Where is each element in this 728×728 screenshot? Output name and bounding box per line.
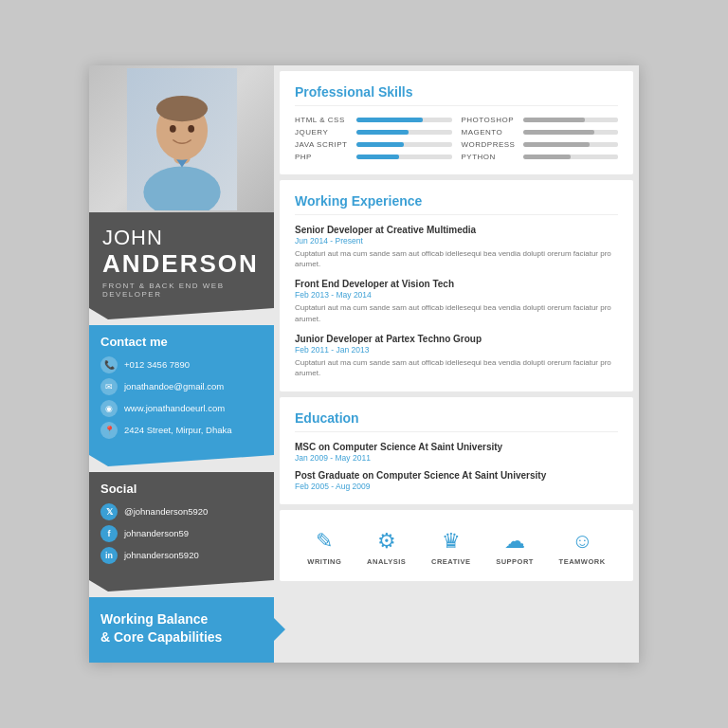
education-item: MSC on Computer Science At Saint Univers… — [295, 442, 618, 463]
skill-fill — [356, 155, 399, 159]
skill-row: JAVA SCRIPT — [295, 140, 452, 149]
facebook-icon: f — [100, 525, 118, 542]
edu-date: Jan 2009 - May 2011 — [295, 453, 618, 463]
capabilities-block: Working Balance & Core Capabilities — [89, 597, 274, 663]
skill-name: PHP — [295, 153, 356, 161]
skill-row: PHP — [295, 153, 452, 161]
experience-card: Working Experience Senior Developer at C… — [280, 180, 633, 391]
skill-fill — [523, 130, 594, 135]
exp-title: Senior Developer at Creative Multimedia — [295, 225, 618, 235]
skills-grid: HTML & CSS JQUERY JAVA SCRIPT PHP PHOTOS… — [295, 116, 618, 161]
skill-fill — [523, 118, 585, 122]
skill-row: WORDPRESS — [462, 140, 619, 149]
contact-title: Contact me — [100, 335, 263, 349]
capability-icon-item: ✎ WRITING — [307, 529, 341, 566]
capability-label: CREATIVE — [431, 557, 470, 566]
twitter-icon: 𝕏 — [100, 503, 118, 520]
education-card: Education MSC on Computer Science At Sai… — [280, 397, 633, 504]
skills-left-col: HTML & CSS JQUERY JAVA SCRIPT PHP — [295, 116, 452, 161]
exp-date: Jun 2014 - Present — [295, 236, 618, 246]
exp-desc: Cuptaturi aut ma cum sande sam aut offic… — [295, 357, 618, 378]
exp-desc: Cuptaturi aut ma cum sande sam aut offic… — [295, 302, 618, 323]
email-icon: ✉ — [100, 378, 118, 395]
capability-icon: ☺ — [572, 529, 592, 554]
edu-title: Post Graduate on Computer Science At Sai… — [295, 470, 618, 481]
skills-right-col: PHOTOSHOP MAGENTO WORDPRESS PYTHON — [462, 116, 619, 161]
exp-desc: Cuptaturi aut ma cum sande sam aut offic… — [295, 248, 618, 269]
experience-item: Junior Developer at Partex Techno Group … — [295, 334, 618, 378]
skill-name: WORDPRESS — [462, 140, 523, 149]
contact-block: Contact me 📞 +012 3456 7890 ✉ jonathando… — [89, 325, 274, 455]
education-item: Post Graduate on Computer Science At Sai… — [295, 470, 618, 491]
contact-email: ✉ jonathandoe@gmail.com — [100, 378, 263, 395]
capability-icon: ⚙ — [377, 529, 396, 554]
person-photo — [125, 68, 239, 210]
capability-label: TEAMWORK — [559, 557, 606, 566]
svg-point-6 — [169, 125, 175, 133]
contact-address: 📍 2424 Street, Mirpur, Dhaka — [100, 422, 263, 439]
cap-icons-row: ✎ WRITING ⚙ ANALYSIS ♛ CREATIVE ☁ SUPPOR… — [295, 523, 618, 568]
last-name: ANDERSON — [102, 250, 261, 278]
skills-card: Professional Skills HTML & CSS JQUERY JA… — [280, 71, 633, 174]
capability-icon: ☁ — [504, 529, 525, 554]
skill-bar — [356, 130, 452, 135]
skill-name: JAVA SCRIPT — [295, 140, 356, 149]
capability-label: WRITING — [307, 557, 341, 566]
education-list: MSC on Computer Science At Saint Univers… — [295, 442, 618, 491]
education-title: Education — [295, 410, 618, 432]
skills-title: Professional Skills — [295, 84, 618, 106]
experience-item: Front End Developer at Vision Tech Feb 2… — [295, 279, 618, 323]
job-title: FRONT & BACK END WEB DEVELOPER — [102, 282, 261, 299]
skill-row: JQUERY — [295, 128, 452, 136]
skill-row: PYTHON — [462, 153, 619, 161]
capability-label: ANALYSIS — [367, 557, 406, 566]
photo-area — [89, 65, 274, 212]
capability-icon-item: ♛ CREATIVE — [431, 529, 470, 566]
phone-icon: 📞 — [100, 356, 118, 373]
svg-point-7 — [188, 125, 194, 133]
experience-title: Working Experience — [295, 193, 618, 215]
skill-bar — [356, 155, 452, 159]
first-name: JOHN — [102, 226, 261, 250]
edu-date: Feb 2005 - Aug 2009 — [295, 482, 618, 491]
social-title: Social — [100, 482, 263, 496]
skill-bar — [356, 118, 452, 122]
svg-point-5 — [155, 96, 207, 121]
capabilities-arrow — [274, 618, 285, 641]
social-block: Social 𝕏 @johnanderson5920 f johnanderso… — [89, 472, 274, 580]
skill-name: PHOTOSHOP — [462, 116, 523, 124]
skill-fill — [356, 130, 409, 135]
skill-bar — [523, 130, 619, 135]
social-twitter: 𝕏 @johnanderson5920 — [100, 503, 263, 520]
address-icon: 📍 — [100, 422, 118, 439]
social-linkedin: in johnanderson5920 — [100, 547, 263, 564]
photo-placeholder — [89, 65, 274, 212]
contact-website: ◉ www.jonathandoeurl.com — [100, 400, 263, 417]
skill-fill — [523, 155, 571, 159]
skill-row: MAGENTO — [462, 128, 619, 136]
skill-row: HTML & CSS — [295, 116, 452, 124]
skill-name: JQUERY — [295, 128, 356, 136]
experience-item: Senior Developer at Creative Multimedia … — [295, 225, 618, 269]
skill-bar — [523, 118, 619, 122]
exp-title: Junior Developer at Partex Techno Group — [295, 334, 618, 344]
name-block: JOHN ANDERSON FRONT & BACK END WEB DEVEL… — [89, 212, 274, 308]
exp-title: Front End Developer at Vision Tech — [295, 279, 618, 289]
exp-date: Feb 2013 - May 2014 — [295, 290, 618, 300]
skill-name: HTML & CSS — [295, 116, 356, 124]
skill-name: PYTHON — [462, 153, 523, 161]
linkedin-icon: in — [100, 547, 118, 564]
capability-icon-item: ☁ SUPPORT — [496, 529, 534, 566]
capability-label: SUPPORT — [496, 557, 534, 566]
skill-fill — [356, 118, 423, 122]
capabilities-text: Working Balance & Core Capabilities — [100, 610, 263, 647]
social-facebook: f johnanderson59 — [100, 525, 263, 542]
skill-bar — [356, 142, 452, 147]
right-column: Professional Skills HTML & CSS JQUERY JA… — [274, 65, 639, 663]
cap-icons-card: ✎ WRITING ⚙ ANALYSIS ♛ CREATIVE ☁ SUPPOR… — [280, 510, 633, 581]
capability-icon: ✎ — [316, 529, 333, 554]
skill-bar — [523, 155, 619, 159]
skill-name: MAGENTO — [462, 128, 523, 136]
edu-title: MSC on Computer Science At Saint Univers… — [295, 442, 618, 452]
exp-date: Feb 2011 - Jan 2013 — [295, 345, 618, 355]
